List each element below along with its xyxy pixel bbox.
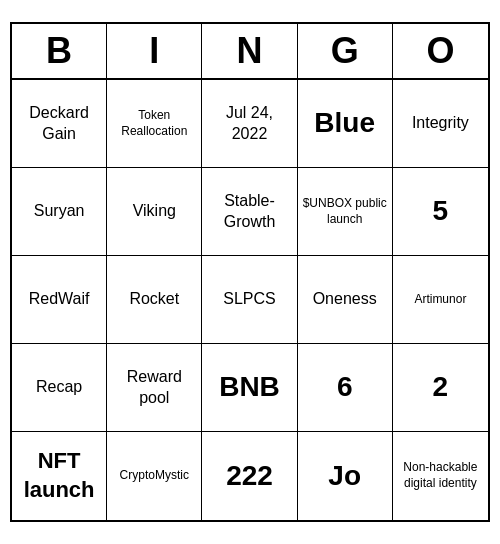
bingo-card: B I N G O Deckard GainToken Reallocation…	[10, 22, 490, 522]
letter-n: N	[202, 24, 297, 78]
letter-g: G	[298, 24, 393, 78]
bingo-cell: Integrity	[393, 80, 488, 168]
bingo-cell: Non-hackable digital identity	[393, 432, 488, 520]
bingo-grid: Deckard GainToken ReallocationJul 24, 20…	[12, 80, 488, 520]
bingo-cell: 5	[393, 168, 488, 256]
bingo-cell: SLPCS	[202, 256, 297, 344]
bingo-cell: 6	[298, 344, 393, 432]
letter-b: B	[12, 24, 107, 78]
bingo-cell: Suryan	[12, 168, 107, 256]
bingo-cell: CryptoMystic	[107, 432, 202, 520]
bingo-cell: Reward pool	[107, 344, 202, 432]
bingo-cell: BNB	[202, 344, 297, 432]
bingo-cell: Stable-Growth	[202, 168, 297, 256]
bingo-cell: Artimunor	[393, 256, 488, 344]
bingo-cell: RedWaif	[12, 256, 107, 344]
bingo-cell: Blue	[298, 80, 393, 168]
letter-i: I	[107, 24, 202, 78]
bingo-cell: Oneness	[298, 256, 393, 344]
bingo-cell: Jo	[298, 432, 393, 520]
bingo-cell: Deckard Gain	[12, 80, 107, 168]
bingo-cell: Viking	[107, 168, 202, 256]
letter-o: O	[393, 24, 488, 78]
bingo-header: B I N G O	[12, 24, 488, 80]
bingo-cell: Jul 24, 2022	[202, 80, 297, 168]
bingo-cell: Recap	[12, 344, 107, 432]
bingo-cell: 222	[202, 432, 297, 520]
bingo-cell: NFT launch	[12, 432, 107, 520]
bingo-cell: 2	[393, 344, 488, 432]
bingo-cell: Token Reallocation	[107, 80, 202, 168]
bingo-cell: Rocket	[107, 256, 202, 344]
bingo-cell: $UNBOX public launch	[298, 168, 393, 256]
